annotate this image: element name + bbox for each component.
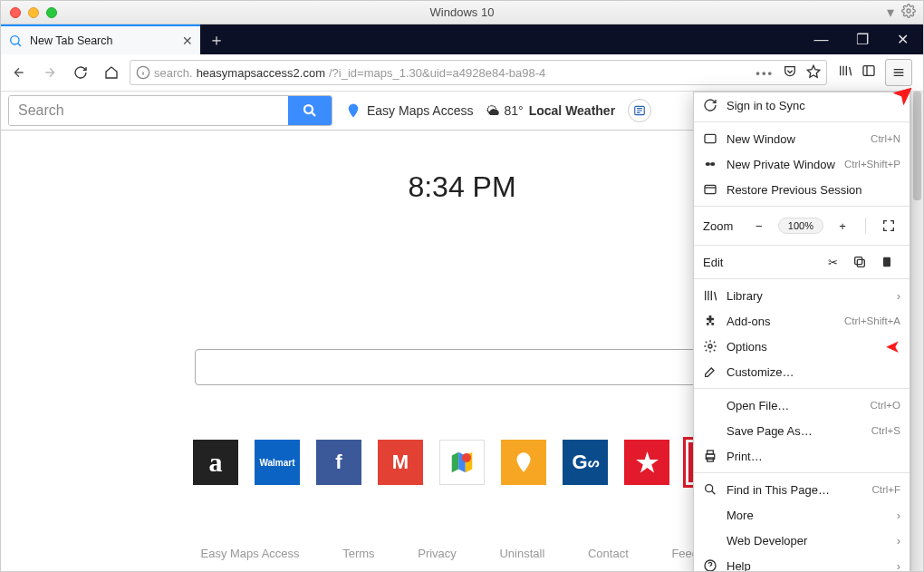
footer-link-contact[interactable]: Contact <box>588 547 629 560</box>
weather-icon: 🌥 <box>486 103 499 118</box>
menu-separator <box>694 472 910 473</box>
brush-icon <box>703 364 717 379</box>
menu-find-shortcut: Ctrl+F <box>871 484 900 495</box>
tile-amazon[interactable]: a <box>193 440 238 485</box>
svg-point-1 <box>11 35 19 44</box>
menu-more[interactable]: More › <box>694 502 910 528</box>
svg-rect-11 <box>857 259 864 267</box>
main-search-box[interactable] <box>195 349 729 385</box>
footer-link-brand[interactable]: Easy Maps Access <box>200 547 299 560</box>
pocket-icon[interactable] <box>783 64 797 82</box>
svg-rect-13 <box>883 257 890 267</box>
vertical-scrollbar[interactable] <box>910 92 923 571</box>
menu-new-window-label: New Window <box>727 132 795 146</box>
library-icon[interactable] <box>838 63 852 82</box>
menu-addons[interactable]: Add-ons Ctrl+Shift+A <box>694 308 910 334</box>
zoom-out-button[interactable]: − <box>747 216 771 236</box>
library-icon <box>703 288 717 303</box>
active-tab[interactable]: New Tab Search ✕ <box>1 24 200 54</box>
menu-print[interactable]: Print… <box>694 443 910 469</box>
menu-web-developer[interactable]: Web Developer › <box>694 528 910 553</box>
close-button[interactable]: ✕ <box>882 24 923 54</box>
svg-point-8 <box>706 162 710 166</box>
bookmark-star-icon[interactable] <box>806 64 821 82</box>
weather-link[interactable]: 🌥 81° Local Weather <box>486 103 616 118</box>
menu-library[interactable]: Library › <box>694 283 910 308</box>
sidebar-icon[interactable] <box>861 63 876 82</box>
footer-link-privacy[interactable]: Privacy <box>418 547 457 560</box>
menu-help[interactable]: Help › <box>694 553 910 572</box>
news-link[interactable] <box>628 99 651 122</box>
menu-save-as[interactable]: Save Page As… Ctrl+S <box>694 418 910 443</box>
tile-gmail[interactable]: M <box>378 440 423 485</box>
menu-separator <box>694 388 910 389</box>
fullscreen-button[interactable] <box>877 216 900 236</box>
menu-restore-session[interactable]: Restore Previous Session <box>694 177 910 202</box>
menu-customize[interactable]: Customize… <box>694 359 910 384</box>
mac-dropdown-icon[interactable]: ▾ <box>887 4 894 21</box>
menu-print-label: Print… <box>727 450 763 463</box>
paste-button[interactable] <box>873 255 900 269</box>
svg-point-0 <box>907 9 910 13</box>
mask-icon <box>703 157 717 171</box>
menu-find[interactable]: Find in This Page… Ctrl+F <box>694 477 910 502</box>
tab-close-button[interactable]: ✕ <box>182 34 193 48</box>
tile-gas[interactable]: Gᔕ <box>563 440 608 485</box>
mac-gear-icon[interactable] <box>901 4 916 22</box>
page-search-button[interactable] <box>288 96 332 125</box>
menu-customize-label: Customize… <box>727 365 794 379</box>
mac-titlebar: Windows 10 ▾ <box>1 1 923 24</box>
address-bar[interactable]: search.heasymapsaccess2.com/?i_id=maps_1… <box>130 60 827 85</box>
footer-link-uninstall[interactable]: Uninstall <box>499 547 544 560</box>
forward-button[interactable] <box>37 60 63 85</box>
new-tab-button[interactable]: ＋ <box>200 24 233 54</box>
tile-local-maps[interactable] <box>501 440 546 485</box>
search-icon <box>703 482 717 497</box>
menu-separator <box>694 206 910 207</box>
menu-options-label: Options <box>727 340 767 354</box>
menu-help-label: Help <box>727 559 751 573</box>
zoom-percent: 100% <box>778 218 823 234</box>
svg-point-14 <box>708 344 712 348</box>
ext-name-link[interactable]: Easy Maps Access <box>345 102 474 119</box>
tile-facebook[interactable]: f <box>316 440 361 485</box>
chevron-right-icon: › <box>897 509 900 522</box>
menu-new-window[interactable]: New Window Ctrl+N <box>694 126 910 151</box>
page-search-input[interactable] <box>9 96 288 125</box>
cut-button[interactable]: ✂ <box>819 256 846 269</box>
copy-button[interactable] <box>846 255 873 269</box>
annotation-arrow-options: ➤ <box>885 335 900 357</box>
reload-button[interactable] <box>68 60 93 85</box>
footer-link-terms[interactable]: Terms <box>342 547 374 560</box>
restore-button[interactable]: ❐ <box>842 24 882 54</box>
url-host: heasymapsaccess2.com <box>197 66 325 80</box>
zoom-in-button[interactable]: + <box>831 216 854 236</box>
weather-temp: 81° <box>505 103 524 118</box>
menu-private-window[interactable]: New Private Window Ctrl+Shift+P <box>694 151 910 177</box>
minimize-button[interactable]: — <box>801 24 842 54</box>
chevron-right-icon: › <box>897 534 900 548</box>
tab-strip: New Tab Search ✕ ＋ — ❐ ✕ <box>1 24 923 54</box>
hamburger-menu: Sign in to Sync New Window Ctrl+N New Pr… <box>693 92 910 572</box>
search-icon <box>8 34 23 48</box>
home-button[interactable] <box>99 60 124 85</box>
tile-google-maps[interactable] <box>439 440 485 485</box>
tile-walmart[interactable]: Walmart <box>255 440 300 485</box>
menu-library-label: Library <box>727 289 763 303</box>
menu-addons-shortcut: Ctrl+Shift+A <box>844 315 900 326</box>
window-icon <box>703 131 717 146</box>
ext-name-label: Easy Maps Access <box>367 103 474 118</box>
window-title: Windows 10 <box>1 5 923 19</box>
scrollbar-thumb[interactable] <box>913 92 921 200</box>
menu-open-file-shortcut: Ctrl+O <box>870 400 900 411</box>
menu-options[interactable]: Options ➤ <box>694 334 910 359</box>
menu-sign-in[interactable]: Sign in to Sync <box>694 92 910 118</box>
window-controls: — ❐ ✕ <box>801 24 923 54</box>
page-actions-icon[interactable]: ••• <box>756 66 774 80</box>
menu-new-window-shortcut: Ctrl+N <box>871 133 900 144</box>
nav-toolbar: search.heasymapsaccess2.com/?i_id=maps_1… <box>1 54 923 92</box>
back-button[interactable] <box>6 60 32 85</box>
menu-open-file[interactable]: Open File… Ctrl+O <box>694 393 910 418</box>
tile-macys[interactable]: ★ <box>624 440 669 485</box>
url-path: /?i_id=maps_1.30&uid=a4928e84-ba98-4 <box>329 66 545 80</box>
